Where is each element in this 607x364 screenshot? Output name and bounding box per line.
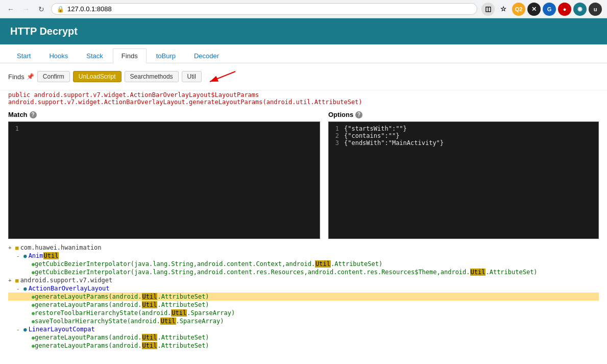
- svg-line-1: [210, 71, 235, 82]
- tree-section: + ■ com.huawei.hwanimation - ● AnimUtil …: [0, 239, 607, 354]
- main-content: Match ? 1 Options ? 123 {"startsWith":""…: [0, 107, 607, 239]
- class-icon: ●: [23, 326, 27, 333]
- code-result: public android.support.v7.widget.ActionB…: [0, 90, 607, 107]
- expand-icon[interactable]: +: [8, 245, 15, 251]
- screen-cast-icon[interactable]: ◫: [481, 3, 495, 16]
- address-bar[interactable]: 🔒 127.0.0.1:8088: [51, 3, 477, 15]
- list-item[interactable]: - ● LinearLayoutCompat: [8, 325, 599, 333]
- code-result-line1: public android.support.v7.widget.ActionB…: [8, 91, 599, 99]
- package-icon: ■: [15, 277, 19, 284]
- ext-icon-3[interactable]: G: [543, 3, 556, 16]
- tree-node-label: generateLayoutParams(android.Util.Attrib…: [35, 293, 209, 300]
- tree-node-label: LinearLayoutCompat: [29, 326, 95, 333]
- list-item[interactable]: + ■ android.support.v7.widget: [8, 276, 599, 284]
- tree-node-label: generateLayoutParams(android.Util.Attrib…: [35, 342, 209, 349]
- match-line-numbers: 1: [12, 125, 24, 235]
- app-container: HTTP Decrypt Start Hooks Stack Finds toB…: [0, 18, 607, 364]
- ext-icon-2[interactable]: ✕: [527, 3, 541, 16]
- tab-start[interactable]: Start: [8, 48, 39, 63]
- match-editor[interactable]: 1: [8, 122, 320, 239]
- nav-tabs: Start Hooks Stack Finds toBurp Decoder: [0, 44, 607, 63]
- toolbar: Finds 📌 Confirm UnLoadScript Searchmetho…: [0, 63, 607, 90]
- class-icon: ●: [23, 285, 27, 292]
- tree-node-label: generateLayoutParams(android.Util.Attrib…: [35, 301, 209, 308]
- list-item[interactable]: ● getCubicBezierInterpolator(java.lang.S…: [8, 268, 599, 276]
- reload-button[interactable]: ↻: [36, 4, 47, 15]
- match-title: Match: [8, 111, 28, 118]
- back-button[interactable]: ←: [5, 4, 16, 15]
- class-icon: ●: [23, 253, 27, 259]
- tree-node-label: saveToolbarHierarchyState(android.Util.S…: [35, 318, 224, 325]
- tree-node-label: getCubicBezierInterpolator(java.lang.Str…: [35, 269, 538, 276]
- list-item[interactable]: ● restoreToolbarHierarchyState(android.U…: [8, 309, 599, 317]
- ext-icon-4[interactable]: ●: [558, 3, 571, 16]
- match-code-content[interactable]: [24, 125, 317, 235]
- expand-icon[interactable]: +: [8, 277, 15, 284]
- expand-icon[interactable]: -: [16, 285, 23, 292]
- browser-toolbar: ◫ ☆ Q2 ✕ G ● ◉ u: [481, 3, 602, 16]
- match-panel: Match ? 1: [8, 111, 320, 235]
- tree-node-label: android.support.v7.widget: [20, 277, 113, 284]
- list-item[interactable]: ● generateLayoutParams(android.Util.Attr…: [8, 293, 599, 301]
- app-title: HTTP Decrypt: [10, 26, 78, 37]
- code-result-line2: android.support.v7.widget.ActionBarOverl…: [8, 99, 599, 106]
- tab-hooks[interactable]: Hooks: [40, 48, 77, 63]
- tab-decoder[interactable]: Decoder: [185, 48, 228, 63]
- options-help-icon[interactable]: ?: [355, 111, 362, 118]
- star-icon[interactable]: ☆: [497, 3, 510, 16]
- list-item[interactable]: ● generateLayoutParams(android.Util.Attr…: [8, 333, 599, 342]
- url-text: 127.0.0.1:8088: [67, 5, 112, 13]
- tab-stack[interactable]: Stack: [78, 48, 112, 63]
- list-item[interactable]: ● generateLayoutParams(android.Util.Attr…: [8, 342, 599, 350]
- list-item[interactable]: + ■ com.huawei.hwanimation: [8, 244, 599, 252]
- options-header: Options ?: [328, 111, 599, 118]
- pin-icon: 📌: [27, 73, 34, 80]
- ext-icon-6[interactable]: u: [589, 3, 602, 16]
- options-panel: Options ? 123 {"startsWith":""} {"contai…: [328, 111, 599, 235]
- util-button[interactable]: Util: [182, 71, 202, 82]
- tree-node-label: AnimUtil: [29, 252, 59, 259]
- tree-node-label: com.huawei.hwanimation: [20, 244, 102, 251]
- arrow-annotation: [205, 66, 266, 87]
- searchmethods-button[interactable]: Searchmethods: [125, 71, 179, 82]
- options-title: Options: [328, 111, 353, 118]
- tree-node-label: ActionBarOverlayLayout: [29, 285, 110, 292]
- list-item[interactable]: ● saveToolbarHierarchyState(android.Util…: [8, 317, 599, 325]
- package-icon: ■: [15, 245, 19, 251]
- list-item[interactable]: ● getCubicBezierInterpolator(java.lang.S…: [8, 260, 599, 268]
- forward-button[interactable]: →: [20, 4, 32, 15]
- unload-script-button[interactable]: UnLoadScript: [73, 71, 122, 82]
- ext-icon-5[interactable]: ◉: [573, 3, 587, 16]
- tree-node-label: getCubicBezierInterpolator(java.lang.Str…: [35, 260, 382, 268]
- tree-node-label: restoreToolbarHierarchyState(android.Uti…: [35, 309, 235, 317]
- options-code-content: {"startsWith":""} {"contains":""} {"ends…: [344, 125, 595, 235]
- list-item[interactable]: - ● ActionBarOverlayLayout: [8, 284, 599, 293]
- tab-finds[interactable]: Finds: [113, 48, 147, 63]
- ext-icon-1[interactable]: Q2: [512, 3, 525, 16]
- match-header: Match ?: [8, 111, 320, 118]
- options-line-numbers: 123: [332, 125, 344, 235]
- tree-node-label: generateLayoutParams(android.Util.Attrib…: [35, 334, 209, 341]
- options-editor[interactable]: 123 {"startsWith":""} {"contains":""} {"…: [328, 122, 599, 239]
- expand-icon[interactable]: -: [16, 326, 23, 333]
- tab-toburp[interactable]: toBurp: [148, 48, 184, 63]
- list-item[interactable]: - ● AnimUtil: [8, 252, 599, 260]
- lock-icon: 🔒: [57, 6, 64, 13]
- app-header: HTTP Decrypt: [0, 18, 607, 44]
- finds-label: Finds 📌: [8, 73, 34, 81]
- confirm-button[interactable]: Confirm: [37, 71, 70, 82]
- expand-icon[interactable]: -: [16, 253, 23, 259]
- match-help-icon[interactable]: ?: [30, 111, 37, 118]
- browser-chrome: ← → ↻ 🔒 127.0.0.1:8088 ◫ ☆ Q2 ✕ G ● ◉ u: [0, 0, 607, 18]
- list-item[interactable]: ● generateLayoutParams(android.Util.Attr…: [8, 301, 599, 309]
